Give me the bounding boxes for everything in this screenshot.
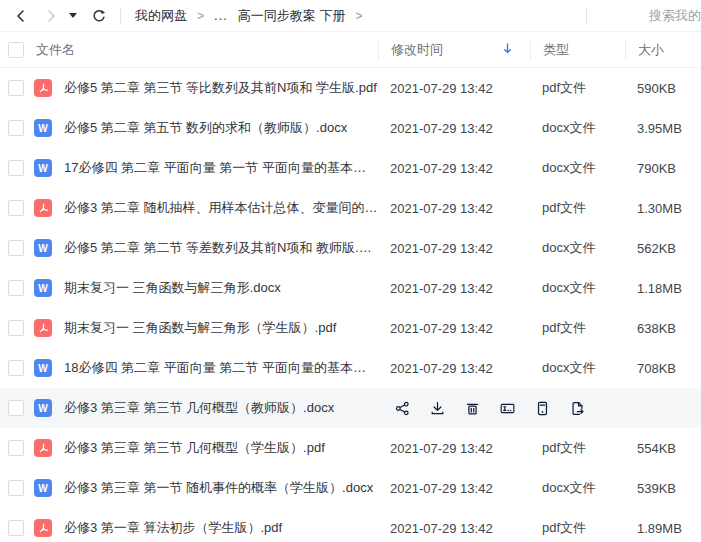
dropdown-caret-icon xyxy=(69,13,77,18)
file-size: 590KB xyxy=(625,81,701,96)
docx-file-icon: W xyxy=(34,239,52,257)
delete-button[interactable] xyxy=(463,399,481,417)
table-row[interactable]: W 17必修四 第二章 平面向量 第一节 平面向量的基本概念... 2021-0… xyxy=(0,148,701,188)
file-type: pdf文件 xyxy=(530,439,625,457)
pdf-file-icon xyxy=(34,79,52,97)
download-button[interactable] xyxy=(428,399,446,417)
file-size: 1.18MB xyxy=(625,281,701,296)
pdf-file-icon xyxy=(34,199,52,217)
history-dropdown-button[interactable] xyxy=(62,5,84,27)
docx-file-icon: W xyxy=(34,399,52,417)
pdf-file-icon xyxy=(34,319,52,337)
share-button[interactable] xyxy=(393,399,411,417)
row-checkbox[interactable] xyxy=(8,320,24,336)
save-to-device-button[interactable] xyxy=(533,399,551,417)
cloud-drive-file-manager: 我的网盘 > ... 高一同步教案 下册 > 搜索我的 文件名 修改时间 类型 … xyxy=(0,0,701,542)
docx-file-icon: W xyxy=(34,279,52,297)
file-type: docx文件 xyxy=(530,239,625,257)
table-row[interactable]: W 必修5 第二章 第五节 数列的求和（教师版）.docx 2021-07-29… xyxy=(0,108,701,148)
file-name[interactable]: 期末复习一 三角函数与解三角形.docx xyxy=(64,279,378,297)
file-name[interactable]: 必修3 第一章 算法初步（学生版）.pdf xyxy=(64,519,378,537)
row-checkbox[interactable] xyxy=(8,400,24,416)
file-modified-time: 2021-07-29 13:42 xyxy=(378,241,530,256)
file-name[interactable]: 17必修四 第二章 平面向量 第一节 平面向量的基本概念... xyxy=(64,159,378,177)
file-name[interactable]: 必修5 第二章 第二节 等差数列及其前N项和 教师版.docx xyxy=(64,239,378,257)
table-row[interactable]: 必修3 第三章 第三节 几何概型（学生版）.pdf 2021-07-29 13:… xyxy=(0,428,701,468)
rename-button[interactable] xyxy=(498,399,516,417)
table-row[interactable]: W 必修3 第三章 第三节 几何概型（教师版）.docx xyxy=(0,388,701,428)
file-modified-time: 2021-07-29 13:42 xyxy=(378,321,530,336)
file-type: pdf文件 xyxy=(530,79,625,97)
row-checkbox[interactable] xyxy=(8,480,24,496)
file-type: docx文件 xyxy=(530,359,625,377)
table-row[interactable]: W 期末复习一 三角函数与解三角形.docx 2021-07-29 13:42 … xyxy=(0,268,701,308)
forward-button[interactable] xyxy=(40,5,62,27)
docx-file-icon: W xyxy=(34,119,52,137)
file-type: pdf文件 xyxy=(530,519,625,537)
select-all-checkbox[interactable] xyxy=(8,42,24,58)
table-row[interactable]: 必修3 第二章 随机抽样、用样本估计总体、变量间的相关... 2021-07-2… xyxy=(0,188,701,228)
file-type: docx文件 xyxy=(530,479,625,497)
search-area: 搜索我的 xyxy=(576,0,701,31)
row-checkbox[interactable] xyxy=(8,440,24,456)
file-modified-time: 2021-07-29 13:42 xyxy=(378,441,530,456)
table-row[interactable]: 必修3 第一章 算法初步（学生版）.pdf 2021-07-29 13:42 p… xyxy=(0,508,701,542)
sort-desc-icon[interactable] xyxy=(501,42,514,58)
column-header-type[interactable]: 类型 xyxy=(530,40,625,60)
file-name[interactable]: 必修5 第二章 第三节 等比数列及其前N项和 学生版.pdf xyxy=(64,79,378,97)
file-modified-time: 2021-07-29 13:42 xyxy=(378,201,530,216)
table-row[interactable]: W 18必修四 第二章 平面向量 第二节 平面向量的基本定理... 2021-0… xyxy=(0,348,701,388)
refresh-button[interactable] xyxy=(88,5,110,27)
file-name[interactable]: 期末复习一 三角函数与解三角形（学生版）.pdf xyxy=(64,319,378,337)
table-row[interactable]: W 必修5 第二章 第二节 等差数列及其前N项和 教师版.docx 2021-0… xyxy=(0,228,701,268)
file-name[interactable]: 必修5 第二章 第五节 数列的求和（教师版）.docx xyxy=(64,119,378,137)
row-checkbox[interactable] xyxy=(8,240,24,256)
column-header-size[interactable]: 大小 xyxy=(625,40,701,60)
file-modified-time: 2021-07-29 13:42 xyxy=(378,161,530,176)
file-size: 554KB xyxy=(625,441,701,456)
table-row[interactable]: 必修5 第二章 第三节 等比数列及其前N项和 学生版.pdf 2021-07-2… xyxy=(0,68,701,108)
file-modified-time: 2021-07-29 13:42 xyxy=(378,521,530,536)
back-button[interactable] xyxy=(10,5,32,27)
search-input[interactable]: 搜索我的 xyxy=(649,7,701,25)
file-size: 1.89MB xyxy=(625,521,701,536)
file-size: 708KB xyxy=(625,361,701,376)
file-name[interactable]: 18必修四 第二章 平面向量 第二节 平面向量的基本定理... xyxy=(64,359,378,377)
file-list: 必修5 第二章 第三节 等比数列及其前N项和 学生版.pdf 2021-07-2… xyxy=(0,68,701,542)
file-modified-time: 2021-07-29 13:42 xyxy=(378,481,530,496)
pdf-file-icon xyxy=(34,439,52,457)
row-checkbox[interactable] xyxy=(8,160,24,176)
column-header-modified-label: 修改时间 xyxy=(391,41,443,59)
row-checkbox[interactable] xyxy=(8,80,24,96)
file-size: 3.95MB xyxy=(625,121,701,136)
file-name[interactable]: 必修3 第三章 第一节 随机事件的概率（学生版）.docx xyxy=(64,479,378,497)
docx-file-icon: W xyxy=(34,359,52,377)
save-to-device-icon xyxy=(534,400,551,417)
breadcrumb-separator: > xyxy=(355,9,362,23)
row-checkbox[interactable] xyxy=(8,520,24,536)
file-size: 638KB xyxy=(625,321,701,336)
breadcrumb-my-drive[interactable]: 我的网盘 xyxy=(135,7,187,25)
copy-move-button[interactable] xyxy=(568,399,586,417)
file-name[interactable]: 必修3 第三章 第三节 几何概型（教师版）.docx xyxy=(64,399,378,417)
file-modified-time: 2021-07-29 13:42 xyxy=(378,81,530,96)
file-modified-time: 2021-07-29 13:42 xyxy=(378,281,530,296)
file-name[interactable]: 必修3 第三章 第三节 几何概型（学生版）.pdf xyxy=(64,439,378,457)
breadcrumb-collapsed[interactable]: ... xyxy=(214,8,228,23)
column-header-modified[interactable]: 修改时间 xyxy=(378,40,530,60)
row-checkbox[interactable] xyxy=(8,360,24,376)
row-checkbox[interactable] xyxy=(8,200,24,216)
row-checkbox[interactable] xyxy=(8,280,24,296)
column-header-name[interactable]: 文件名 xyxy=(36,32,378,67)
table-header: 文件名 修改时间 类型 大小 xyxy=(0,32,701,68)
file-name[interactable]: 必修3 第二章 随机抽样、用样本估计总体、变量间的相关... xyxy=(64,199,378,217)
toolbar: 我的网盘 > ... 高一同步教案 下册 > 搜索我的 xyxy=(0,0,701,32)
delete-icon xyxy=(464,400,481,417)
breadcrumb-current-folder[interactable]: 高一同步教案 下册 xyxy=(238,7,346,25)
row-hover-actions xyxy=(378,399,701,417)
table-row[interactable]: W 必修3 第三章 第一节 随机事件的概率（学生版）.docx 2021-07-… xyxy=(0,468,701,508)
file-type: pdf文件 xyxy=(530,319,625,337)
breadcrumb-separator: > xyxy=(197,9,204,23)
row-checkbox[interactable] xyxy=(8,120,24,136)
table-row[interactable]: 期末复习一 三角函数与解三角形（学生版）.pdf 2021-07-29 13:4… xyxy=(0,308,701,348)
